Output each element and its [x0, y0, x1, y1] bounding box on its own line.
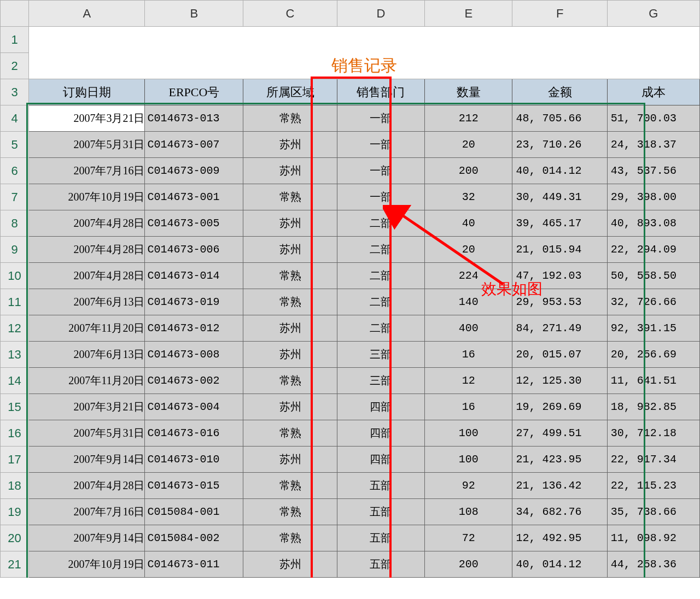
row-number[interactable]: 4 — [1, 105, 29, 132]
cell[interactable]: 23, 710.26 — [512, 132, 607, 158]
cell[interactable]: 2007年7月16日 — [29, 158, 145, 184]
table-header[interactable]: ERPCO号 — [145, 79, 243, 105]
column-letter[interactable]: D — [337, 1, 424, 27]
table-header[interactable]: 订购日期 — [29, 79, 145, 105]
cell[interactable]: 22, 917.34 — [607, 447, 699, 473]
row-number[interactable]: 19 — [1, 499, 29, 525]
cell[interactable]: 30, 712.18 — [607, 420, 699, 447]
cell[interactable]: 32 — [425, 184, 512, 210]
row-number[interactable]: 1 — [1, 27, 29, 53]
cell[interactable]: 苏州 — [243, 315, 337, 342]
cell[interactable]: C015084-002 — [145, 525, 243, 551]
cell[interactable]: 常熟 — [243, 184, 337, 210]
cell[interactable]: C014673-005 — [145, 210, 243, 237]
cell[interactable]: 苏州 — [243, 342, 337, 368]
row-number[interactable]: 11 — [1, 289, 29, 315]
cell[interactable]: 47, 192.03 — [512, 263, 607, 289]
row-number[interactable]: 18 — [1, 473, 29, 499]
cell[interactable]: 常熟 — [243, 368, 337, 394]
row-number[interactable]: 6 — [1, 158, 29, 184]
cell[interactable]: C014673-009 — [145, 158, 243, 184]
cell[interactable]: 44, 258.36 — [607, 551, 699, 578]
cell[interactable]: 常熟 — [243, 289, 337, 315]
cell[interactable]: 2007年4月28日 — [29, 210, 145, 237]
cell[interactable]: 三部 — [337, 368, 424, 394]
column-letter[interactable]: B — [145, 1, 243, 27]
cell[interactable]: 常熟 — [243, 420, 337, 447]
cell[interactable]: 39, 465.17 — [512, 210, 607, 237]
cell[interactable]: 常熟 — [243, 525, 337, 551]
title-cell[interactable]: 销售记录 — [29, 53, 700, 79]
cell[interactable]: 100 — [425, 447, 512, 473]
row-number[interactable]: 17 — [1, 447, 29, 473]
cell[interactable]: 16 — [425, 342, 512, 368]
cell[interactable]: 40, 014.12 — [512, 158, 607, 184]
cell[interactable]: 20, 015.07 — [512, 342, 607, 368]
cell[interactable]: 40, 014.12 — [512, 551, 607, 578]
cell[interactable]: 200 — [425, 158, 512, 184]
row-number[interactable]: 3 — [1, 79, 29, 105]
cell[interactable]: 苏州 — [243, 237, 337, 263]
cell[interactable]: 2007年10月19日 — [29, 184, 145, 210]
cell[interactable]: 苏州 — [243, 551, 337, 578]
cell[interactable]: 二部 — [337, 210, 424, 237]
cell[interactable]: 2007年6月13日 — [29, 342, 145, 368]
cell[interactable]: 21, 136.42 — [512, 473, 607, 499]
cell[interactable]: 11, 641.51 — [607, 368, 699, 394]
cell[interactable]: 二部 — [337, 315, 424, 342]
cell[interactable]: 2007年11月20日 — [29, 368, 145, 394]
table-header[interactable]: 所属区域 — [243, 79, 337, 105]
cell[interactable]: 200 — [425, 551, 512, 578]
cell[interactable]: 20 — [425, 132, 512, 158]
row-number[interactable]: 7 — [1, 184, 29, 210]
cell[interactable]: 2007年9月14日 — [29, 525, 145, 551]
cell[interactable]: C014673-004 — [145, 394, 243, 420]
cell[interactable]: C014673-008 — [145, 342, 243, 368]
cell[interactable]: C014673-002 — [145, 368, 243, 394]
cell[interactable]: 苏州 — [243, 158, 337, 184]
cell[interactable]: 72 — [425, 525, 512, 551]
cell[interactable]: 2007年9月14日 — [29, 447, 145, 473]
cell[interactable]: 2007年4月28日 — [29, 263, 145, 289]
cell[interactable]: 五部 — [337, 473, 424, 499]
cell[interactable]: C014673-013 — [145, 105, 243, 132]
cell[interactable]: C014673-016 — [145, 420, 243, 447]
cell[interactable]: 400 — [425, 315, 512, 342]
cell[interactable]: 常熟 — [243, 105, 337, 132]
cell[interactable]: 2007年4月28日 — [29, 237, 145, 263]
cell[interactable]: C014673-001 — [145, 184, 243, 210]
cell[interactable]: 20, 256.69 — [607, 342, 699, 368]
table-header[interactable]: 数量 — [425, 79, 512, 105]
cell[interactable]: 二部 — [337, 237, 424, 263]
cell[interactable]: 29, 398.00 — [607, 184, 699, 210]
cell[interactable]: 48, 705.66 — [512, 105, 607, 132]
cell[interactable]: C014673-019 — [145, 289, 243, 315]
cell[interactable]: 22, 115.23 — [607, 473, 699, 499]
cell[interactable]: 一部 — [337, 132, 424, 158]
cell[interactable]: 43, 537.56 — [607, 158, 699, 184]
cell[interactable]: 34, 682.76 — [512, 499, 607, 525]
cell[interactable] — [29, 27, 700, 53]
cell[interactable]: 苏州 — [243, 394, 337, 420]
cell[interactable]: 2007年4月28日 — [29, 473, 145, 499]
row-number[interactable]: 5 — [1, 132, 29, 158]
cell[interactable]: 19, 269.69 — [512, 394, 607, 420]
cell[interactable]: 22, 294.09 — [607, 237, 699, 263]
table-header[interactable]: 金额 — [512, 79, 607, 105]
cell[interactable]: 四部 — [337, 394, 424, 420]
column-letter[interactable]: F — [512, 1, 607, 27]
cell[interactable]: 常熟 — [243, 263, 337, 289]
cell[interactable]: 40, 893.08 — [607, 210, 699, 237]
cell[interactable]: 12 — [425, 368, 512, 394]
row-number[interactable]: 10 — [1, 263, 29, 289]
cell[interactable]: 21, 015.94 — [512, 237, 607, 263]
cell[interactable]: 100 — [425, 420, 512, 447]
cell[interactable]: 2007年11月20日 — [29, 315, 145, 342]
cell[interactable]: 三部 — [337, 342, 424, 368]
column-letter[interactable]: A — [29, 1, 145, 27]
corner-cell[interactable] — [1, 1, 29, 27]
row-number[interactable]: 13 — [1, 342, 29, 368]
cell[interactable]: 二部 — [337, 289, 424, 315]
cell[interactable]: 50, 558.50 — [607, 263, 699, 289]
cell[interactable]: 2007年7月16日 — [29, 499, 145, 525]
